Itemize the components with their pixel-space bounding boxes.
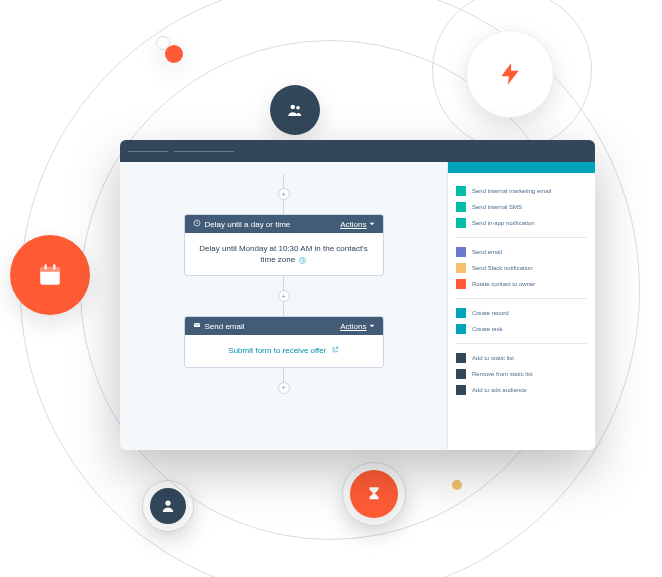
svg-point-1 — [296, 106, 300, 110]
add-step-button[interactable]: + — [278, 188, 290, 200]
lightning-icon — [466, 30, 554, 118]
card-body-text: Delay until Monday at 10:30 AM in the co… — [199, 244, 367, 264]
connector — [283, 368, 284, 382]
svg-point-0 — [291, 105, 296, 110]
workflow-card-delay[interactable]: Delay until a day or time Actions Delay … — [184, 214, 384, 276]
sidebar-header — [448, 162, 595, 173]
workflow-canvas: + Delay until a day or time Actions — [120, 162, 447, 450]
connector — [283, 276, 284, 290]
sidebar-item[interactable]: Rotate contact to owner — [448, 276, 595, 292]
svg-point-6 — [165, 500, 170, 505]
add-step-button[interactable]: + — [278, 290, 290, 302]
sidebar-swatch — [456, 308, 466, 318]
svg-rect-8 — [194, 323, 200, 327]
sidebar-item[interactable]: Send email — [448, 244, 595, 260]
sidebar-item[interactable]: Send internal SMS — [448, 199, 595, 215]
card-body[interactable]: Submit form to receive offer — [185, 335, 383, 366]
card-actions-label: Actions — [340, 220, 366, 229]
sidebar-item-label: Send internal marketing email — [472, 188, 551, 194]
card-actions-menu[interactable]: Actions — [340, 220, 374, 229]
sidebar-swatch — [456, 279, 466, 289]
people-icon — [270, 85, 320, 135]
sidebar-item-label: Send email — [472, 249, 502, 255]
connector — [283, 200, 284, 214]
sidebar-item[interactable]: Add to static list — [448, 350, 595, 366]
sidebar-item-label: Create task — [472, 326, 503, 332]
window-topbar — [120, 140, 595, 162]
actions-sidebar: Send internal marketing emailSend intern… — [447, 162, 595, 450]
sidebar-swatch — [456, 263, 466, 273]
app-body: + Delay until a day or time Actions — [120, 162, 595, 450]
person-icon — [150, 488, 186, 524]
card-header: Delay until a day or time Actions — [185, 215, 383, 233]
calendar-icon — [10, 235, 90, 315]
topbar-line — [128, 151, 168, 152]
sidebar-item[interactable]: Add to ads audience — [448, 382, 595, 398]
sidebar-item-label: Create record — [472, 310, 509, 316]
sidebar-swatch — [456, 186, 466, 196]
sidebar-item-label: Add to static list — [472, 355, 514, 361]
connector — [283, 174, 284, 188]
card-header: Send email Actions — [185, 317, 383, 335]
orbit-dot-yellow — [452, 480, 462, 490]
sidebar-item[interactable]: Send internal marketing email — [448, 183, 595, 199]
envelope-icon — [193, 321, 201, 331]
svg-rect-3 — [40, 267, 60, 271]
svg-rect-4 — [45, 264, 47, 269]
sidebar-item[interactable]: Send in-app notification — [448, 215, 595, 231]
sidebar-separator — [456, 237, 587, 238]
sidebar-item[interactable]: Create record — [448, 305, 595, 321]
sidebar-separator — [456, 343, 587, 344]
workflow-card-email[interactable]: Send email Actions Submit form to receiv… — [184, 316, 384, 367]
sidebar-item-label: Send Slack notification — [472, 265, 533, 271]
sidebar-swatch — [456, 353, 466, 363]
sidebar-item-label: Add to ads audience — [472, 387, 527, 393]
info-icon[interactable]: i — [299, 257, 306, 264]
svg-rect-5 — [53, 264, 55, 269]
add-step-button[interactable]: + — [278, 382, 290, 394]
card-body: Delay until Monday at 10:30 AM in the co… — [185, 233, 383, 275]
connector — [283, 302, 284, 316]
sidebar-swatch — [456, 247, 466, 257]
hourglass-icon — [350, 470, 398, 518]
sidebar-swatch — [456, 324, 466, 334]
sidebar-swatch — [456, 369, 466, 379]
clock-icon — [193, 219, 201, 229]
app-window: + Delay until a day or time Actions — [120, 140, 595, 450]
sidebar-item[interactable]: Send Slack notification — [448, 260, 595, 276]
sidebar-swatch — [456, 218, 466, 228]
card-body-link: Submit form to receive offer — [228, 346, 326, 355]
sidebar-separator — [456, 298, 587, 299]
external-link-icon — [332, 346, 339, 353]
chevron-down-icon — [369, 220, 375, 229]
sidebar-swatch — [456, 385, 466, 395]
sidebar-item-label: Rotate contact to owner — [472, 281, 535, 287]
card-title: Delay until a day or time — [205, 220, 291, 229]
sidebar-item-label: Remove from static list — [472, 371, 533, 377]
card-actions-menu[interactable]: Actions — [340, 322, 374, 331]
card-title: Send email — [205, 322, 245, 331]
orbit-dot — [165, 45, 183, 63]
card-actions-label: Actions — [340, 322, 366, 331]
sidebar-item-label: Send internal SMS — [472, 204, 522, 210]
chevron-down-icon — [369, 322, 375, 331]
sidebar-item[interactable]: Remove from static list — [448, 366, 595, 382]
sidebar-swatch — [456, 202, 466, 212]
sidebar-item-label: Send in-app notification — [472, 220, 535, 226]
topbar-line — [174, 151, 234, 152]
sidebar-item[interactable]: Create task — [448, 321, 595, 337]
